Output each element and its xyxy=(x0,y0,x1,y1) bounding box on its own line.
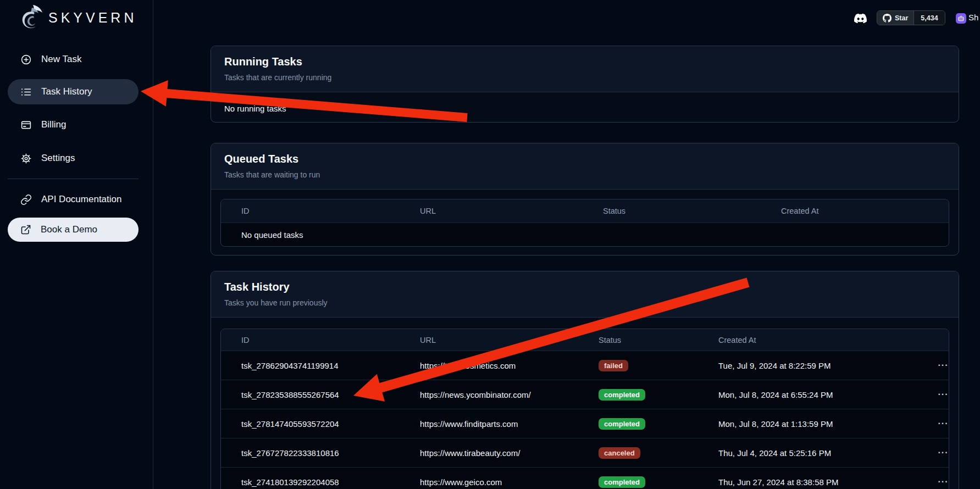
task-id: tsk_274180139292204058 xyxy=(241,477,420,487)
sidebar-item-new-task[interactable]: New Task xyxy=(8,47,139,72)
dragon-icon xyxy=(18,3,44,31)
credit-card-icon xyxy=(20,119,32,131)
running-tasks-card: Running Tasks Tasks that are currently r… xyxy=(211,46,959,123)
topbar: Star 5,434 Sh xyxy=(153,0,980,33)
sidebar-item-settings[interactable]: Settings xyxy=(8,146,139,171)
github-icon xyxy=(883,14,892,23)
status-badge: completed xyxy=(599,418,645,430)
task-created-at: Mon, Jul 8, 2024 at 1:13:59 PM xyxy=(718,419,935,429)
sidebar-item-billing[interactable]: Billing xyxy=(8,112,139,137)
queued-tasks-header: Queued Tasks Tasks that are waiting to r… xyxy=(211,143,959,190)
card-subtitle: Tasks that are waiting to run xyxy=(224,170,945,179)
sidebar-item-api-documentation[interactable]: API Documentation xyxy=(8,187,139,212)
task-created-at: Mon, Jul 8, 2024 at 6:55:24 PM xyxy=(718,390,935,399)
row-actions-ellipsis-icon[interactable]: ··· xyxy=(935,360,949,370)
queued-table-header-row: ID URL Status Created At xyxy=(221,199,949,223)
task-id: tsk_276727822333810816 xyxy=(241,448,420,458)
link-icon xyxy=(20,194,32,205)
task-url: https://www.tirabeauty.com/ xyxy=(420,448,599,458)
sidebar-divider xyxy=(8,179,139,179)
column-header-id: ID xyxy=(241,207,420,215)
queued-tasks-empty: No queued tasks xyxy=(221,223,949,246)
plus-circle-icon xyxy=(20,54,32,65)
status-badge: completed xyxy=(599,476,645,488)
task-created-at: Thu, Jul 4, 2024 at 5:25:16 PM xyxy=(718,448,935,458)
list-icon xyxy=(20,86,32,98)
column-header-status: Status xyxy=(603,207,781,215)
status-badge: canceled xyxy=(599,447,640,459)
brand-name: SKYVERN xyxy=(48,10,137,26)
card-subtitle: Tasks that are currently running xyxy=(224,73,945,82)
row-actions-ellipsis-icon[interactable]: ··· xyxy=(935,477,949,487)
running-tasks-empty: No running tasks xyxy=(211,92,959,125)
sidebar-item-label: Task History xyxy=(41,86,92,97)
sidebar-item-task-history[interactable]: Task History xyxy=(8,79,139,104)
github-star-button[interactable]: Star 5,434 xyxy=(877,10,945,25)
brand-logo[interactable]: SKYVERN xyxy=(18,2,144,31)
discord-icon[interactable] xyxy=(852,12,869,25)
gear-icon xyxy=(20,153,32,164)
queued-tasks-card: Queued Tasks Tasks that are waiting to r… xyxy=(211,143,959,255)
task-id: tsk_278235388555267564 xyxy=(241,390,420,399)
table-row[interactable]: tsk_276727822333810816 https://www.tirab… xyxy=(221,438,949,467)
task-history-table: ID URL Status Created At tsk_27862904374… xyxy=(220,329,949,489)
table-row[interactable]: tsk_278629043741199914 https://tartecosm… xyxy=(221,351,949,380)
book-a-demo-button[interactable]: Book a Demo xyxy=(8,218,139,242)
row-actions-ellipsis-icon[interactable]: ··· xyxy=(935,390,949,399)
profile-name: Sh xyxy=(968,13,980,25)
task-url: https://www.finditparts.com xyxy=(420,419,599,429)
sidebar-item-label: New Task xyxy=(41,54,81,65)
column-header-url: URL xyxy=(420,336,599,344)
card-title: Queued Tasks xyxy=(224,153,945,165)
task-url: https://news.ycombinator.com/ xyxy=(420,390,599,399)
column-header-status: Status xyxy=(599,336,718,344)
profile-avatar[interactable] xyxy=(956,13,966,24)
status-badge: failed xyxy=(599,360,628,371)
column-header-created: Created At xyxy=(718,336,935,344)
sidebar-item-label: Settings xyxy=(41,153,75,164)
task-created-at: Thu, Jun 27, 2024 at 8:38:58 PM xyxy=(718,477,935,487)
table-row[interactable]: tsk_274180139292204058 https://www.geico… xyxy=(221,467,949,489)
card-subtitle: Tasks you have run previously xyxy=(224,298,945,307)
external-link-icon xyxy=(20,224,31,235)
status-badge: completed xyxy=(599,389,645,401)
row-actions-ellipsis-icon[interactable]: ··· xyxy=(935,419,949,429)
column-header-created: Created At xyxy=(781,207,949,215)
table-row[interactable]: tsk_278235388555267564 https://news.ycom… xyxy=(221,380,949,409)
sidebar: SKYVERN New Task Task History Billing Se… xyxy=(0,0,153,489)
column-header-id: ID xyxy=(241,336,420,344)
row-actions-ellipsis-icon[interactable]: ··· xyxy=(935,448,949,458)
github-star-label: Star xyxy=(895,14,908,22)
sidebar-item-label: Billing xyxy=(41,119,66,130)
table-row[interactable]: tsk_278147405593572204 https://www.findi… xyxy=(221,409,949,438)
card-title: Task History xyxy=(224,281,945,293)
column-header-url: URL xyxy=(420,207,603,215)
task-url: https://tartecosmetics.com xyxy=(420,361,599,370)
sidebar-item-label: API Documentation xyxy=(41,194,121,205)
history-table-header-row: ID URL Status Created At xyxy=(221,329,949,351)
task-url: https://www.geico.com xyxy=(420,477,599,487)
task-id: tsk_278629043741199914 xyxy=(241,361,420,370)
task-created-at: Tue, Jul 9, 2024 at 8:22:59 PM xyxy=(718,361,935,370)
running-tasks-header: Running Tasks Tasks that are currently r… xyxy=(211,46,959,92)
task-history-card: Task History Tasks you have run previous… xyxy=(211,271,959,489)
github-star-count: 5,434 xyxy=(913,11,944,25)
task-id: tsk_278147405593572204 xyxy=(241,419,420,429)
task-history-header: Task History Tasks you have run previous… xyxy=(211,271,959,318)
card-title: Running Tasks xyxy=(224,55,945,68)
robot-icon xyxy=(957,15,965,22)
queued-tasks-table: ID URL Status Created At No queued tasks xyxy=(220,199,949,247)
sidebar-item-label: Book a Demo xyxy=(41,224,97,235)
